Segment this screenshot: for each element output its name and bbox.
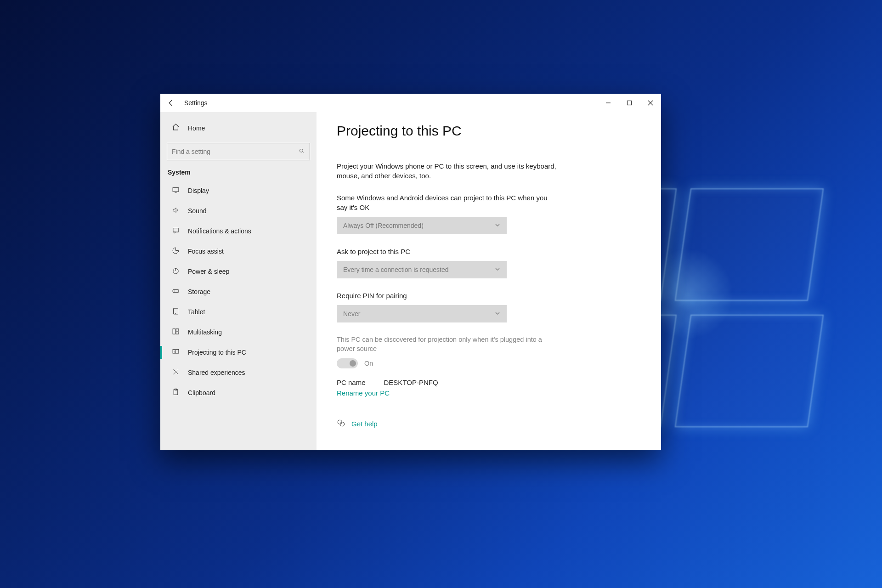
- sidebar-item-label: Power & sleep: [188, 268, 229, 275]
- sidebar-item-multitasking[interactable]: Multitasking: [160, 322, 317, 342]
- sidebar-item-label: Multitasking: [188, 328, 222, 336]
- notifications-icon: [171, 226, 180, 236]
- toggle-state-label: On: [364, 360, 373, 367]
- svg-point-6: [174, 291, 174, 291]
- sidebar-item-label: Focus assist: [188, 248, 224, 255]
- search-input-field[interactable]: [172, 148, 299, 155]
- sidebar-item-clipboard[interactable]: Clipboard: [160, 383, 317, 403]
- sidebar-item-label: Display: [188, 187, 209, 194]
- sidebar-item-label: Projecting to this PC: [188, 349, 246, 356]
- setting-1-value: Always Off (Recommended): [343, 222, 495, 229]
- sidebar-item-power[interactable]: Power & sleep: [160, 261, 317, 282]
- minimize-button[interactable]: [598, 94, 619, 112]
- search-icon: [299, 148, 305, 156]
- sidebar-item-label: Tablet: [188, 308, 205, 316]
- setting-3-value: Never: [343, 310, 495, 317]
- setting-2-dropdown[interactable]: Every time a connection is requested: [337, 261, 507, 278]
- chevron-down-icon: [495, 266, 500, 273]
- svg-rect-3: [173, 228, 178, 232]
- chevron-down-icon: [495, 222, 500, 229]
- svg-rect-8: [173, 329, 175, 334]
- page-description: Project your Windows phone or PC to this…: [337, 162, 557, 181]
- svg-rect-10: [176, 332, 179, 334]
- sidebar-item-storage[interactable]: Storage: [160, 282, 317, 302]
- svg-rect-2: [173, 188, 179, 192]
- svg-rect-11: [173, 350, 179, 354]
- setting-2-value: Every time a connection is requested: [343, 266, 495, 273]
- setting-3-dropdown[interactable]: Never: [337, 305, 507, 322]
- sidebar-item-display[interactable]: Display: [160, 181, 317, 201]
- discoverable-note: This PC can be discovered for projection…: [337, 335, 557, 353]
- search-input[interactable]: [167, 143, 310, 160]
- window-title: Settings: [184, 99, 208, 107]
- svg-rect-9: [176, 329, 179, 331]
- projecting-icon: [171, 348, 180, 357]
- page-title: Projecting to this PC: [337, 123, 641, 139]
- get-help-link[interactable]: Get help: [351, 420, 378, 428]
- maximize-button[interactable]: [619, 94, 640, 112]
- sidebar: Home System Display So: [160, 112, 317, 450]
- sidebar-home[interactable]: Home: [160, 118, 317, 138]
- sidebar-item-focus-assist[interactable]: Focus assist: [160, 241, 317, 261]
- setting-1-label: Some Windows and Android devices can pro…: [337, 193, 557, 212]
- multitasking-icon: [171, 328, 180, 337]
- sidebar-item-shared[interactable]: Shared experiences: [160, 362, 317, 383]
- rename-pc-link[interactable]: Rename your PC: [337, 389, 390, 397]
- sidebar-item-sound[interactable]: Sound: [160, 201, 317, 221]
- sidebar-item-tablet[interactable]: Tablet: [160, 302, 317, 322]
- pc-name-label: PC name: [337, 379, 366, 386]
- home-icon: [171, 123, 180, 133]
- power-icon: [171, 267, 180, 276]
- section-heading: System: [160, 169, 317, 181]
- svg-point-1: [300, 149, 303, 152]
- titlebar: Settings: [160, 94, 661, 112]
- desktop-wallpaper: Settings Home System: [0, 0, 882, 588]
- sidebar-item-notifications[interactable]: Notifications & actions: [160, 221, 317, 241]
- sidebar-item-label: Sound: [188, 207, 206, 215]
- chevron-down-icon: [495, 310, 500, 317]
- shared-icon: [171, 368, 180, 377]
- help-icon: [337, 419, 345, 429]
- pc-name-value: DESKTOP-PNFQ: [384, 379, 438, 386]
- content-area: Projecting to this PC Project your Windo…: [317, 112, 661, 450]
- sidebar-item-label: Clipboard: [188, 389, 215, 396]
- sidebar-home-label: Home: [188, 124, 205, 132]
- setting-3-label: Require PIN for pairing: [337, 291, 557, 300]
- storage-icon: [171, 287, 180, 296]
- close-button[interactable]: [640, 94, 661, 112]
- sidebar-item-projecting[interactable]: Projecting to this PC: [160, 342, 317, 362]
- setting-2-label: Ask to project to this PC: [337, 247, 557, 256]
- settings-window: Settings Home System: [160, 94, 661, 450]
- sidebar-item-label: Storage: [188, 288, 210, 295]
- sidebar-item-label: Notifications & actions: [188, 227, 251, 235]
- svg-rect-0: [628, 101, 632, 105]
- sound-icon: [171, 206, 180, 215]
- focus-icon: [171, 247, 180, 256]
- discoverable-toggle[interactable]: [337, 358, 358, 368]
- display-icon: [171, 186, 180, 195]
- setting-1-dropdown[interactable]: Always Off (Recommended): [337, 217, 507, 234]
- clipboard-icon: [171, 388, 180, 397]
- back-button[interactable]: [160, 94, 181, 112]
- sidebar-item-label: Shared experiences: [188, 369, 245, 376]
- tablet-icon: [171, 307, 180, 317]
